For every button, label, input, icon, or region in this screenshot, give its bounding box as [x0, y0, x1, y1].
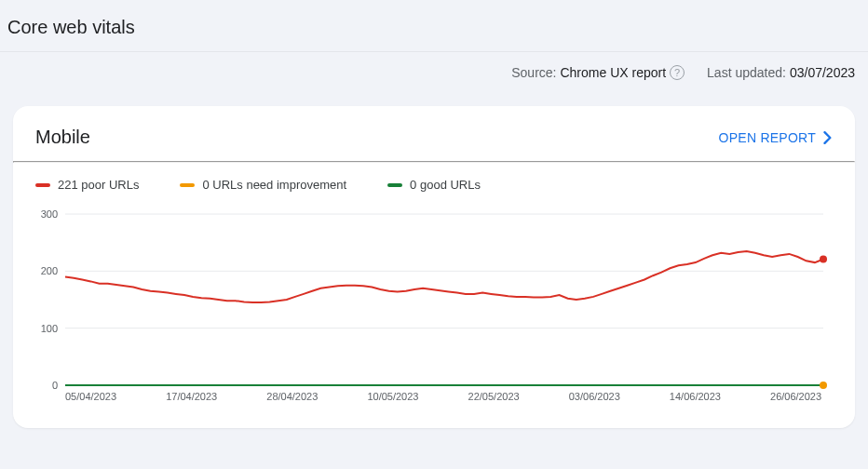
x-axis: 05/04/202317/04/202328/04/202310/05/2023…: [65, 391, 821, 402]
svg-text:28/04/2023: 28/04/2023: [266, 391, 318, 402]
page-header: Core web vitals: [0, 0, 868, 52]
svg-text:14/06/2023: 14/06/2023: [670, 391, 721, 402]
plot-plane: [65, 251, 827, 389]
swatch-good: [387, 183, 402, 187]
open-report-label: OPEN REPORT: [719, 130, 816, 145]
chart-legend: 221 poor URLs 0 URLs need improvement 0 …: [13, 163, 855, 199]
card-header: Mobile OPEN REPORT: [13, 106, 855, 161]
svg-point-8: [820, 255, 827, 262]
svg-text:22/05/2023: 22/05/2023: [468, 391, 520, 402]
last-updated-label: Last updated:: [707, 65, 786, 80]
legend-label-need: 0 URLs need improvement: [202, 178, 346, 192]
svg-text:10/05/2023: 10/05/2023: [367, 391, 418, 402]
svg-text:0: 0: [52, 380, 58, 391]
legend-item-poor[interactable]: 221 poor URLs: [35, 178, 139, 192]
svg-point-9: [820, 382, 827, 389]
last-updated-value: 03/07/2023: [790, 65, 855, 80]
y-axis: 0100200300: [41, 208, 58, 391]
card-title: Mobile: [35, 127, 90, 148]
open-report-link[interactable]: OPEN REPORT: [719, 130, 833, 145]
help-icon[interactable]: ?: [670, 65, 685, 80]
source-value[interactable]: Chrome UX report: [560, 65, 666, 80]
legend-label-poor: 221 poor URLs: [58, 178, 139, 192]
svg-text:03/06/2023: 03/06/2023: [569, 391, 620, 402]
svg-text:05/04/2023: 05/04/2023: [65, 391, 116, 402]
svg-text:26/06/2023: 26/06/2023: [770, 391, 821, 402]
swatch-need: [180, 183, 195, 187]
mobile-card: Mobile OPEN REPORT 221 poor URLs 0 URLs …: [13, 106, 855, 428]
source-label: Source:: [511, 65, 556, 80]
chart-area: 0100200300 05/04/202317/04/202328/04/202…: [13, 199, 855, 428]
legend-label-good: 0 good URLs: [410, 178, 481, 192]
svg-text:200: 200: [41, 265, 58, 276]
svg-text:300: 300: [41, 208, 58, 220]
chevron-right-icon: [823, 131, 833, 144]
meta-row: Source: Chrome UX report ? Last updated:…: [0, 52, 868, 106]
page-title: Core web vitals: [7, 17, 861, 38]
swatch-poor: [35, 183, 50, 187]
legend-item-need[interactable]: 0 URLs need improvement: [180, 178, 346, 192]
svg-text:17/04/2023: 17/04/2023: [166, 391, 217, 402]
legend-item-good[interactable]: 0 good URLs: [387, 178, 481, 192]
chart-grid: [65, 214, 823, 385]
svg-text:100: 100: [41, 323, 58, 334]
line-chart: 0100200300 05/04/202317/04/202328/04/202…: [35, 207, 833, 408]
